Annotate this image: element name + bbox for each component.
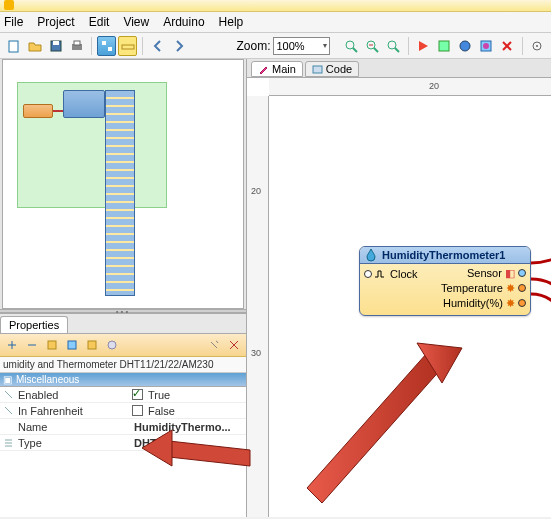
zoom-label: Zoom: — [236, 39, 270, 53]
map-button[interactable] — [477, 36, 496, 56]
properties-panel: Properties umidity and Thermometer DHT11… — [0, 313, 246, 517]
svg-rect-26 — [88, 341, 96, 349]
svg-rect-5 — [102, 41, 106, 45]
zoom-out-button[interactable] — [363, 36, 382, 56]
svg-line-11 — [374, 48, 378, 52]
svg-rect-24 — [48, 341, 56, 349]
property-row-enabled[interactable]: Enabled True — [0, 387, 246, 403]
checkbox-fahrenheit[interactable] — [132, 405, 143, 416]
run-button[interactable] — [414, 36, 433, 56]
canvas-tabs: Main Code — [247, 59, 551, 78]
svg-rect-16 — [439, 41, 449, 51]
tab-code[interactable]: Code — [305, 61, 359, 77]
property-name: Enabled — [16, 389, 132, 401]
pulse-icon — [374, 269, 388, 279]
prop-collapse-button[interactable] — [23, 336, 41, 354]
ruler-horizontal: 20 — [269, 78, 551, 96]
svg-rect-6 — [108, 47, 112, 51]
property-category[interactable]: ▣ Miscellaneous — [0, 373, 246, 387]
property-row-name[interactable]: Name HumidityThermo... — [0, 419, 246, 435]
new-button[interactable] — [4, 36, 23, 56]
prop-expand-button[interactable] — [3, 336, 21, 354]
right-pane: Main Code 20 20 30 HumidityThermometer — [246, 59, 551, 517]
toggle-grid-button[interactable] — [97, 36, 116, 56]
svg-point-27 — [108, 341, 116, 349]
pin-humidity[interactable]: Humidity(%) ✸ — [443, 297, 526, 310]
design-canvas[interactable]: HumidityThermometer1 Clock Sensor ◧ — [269, 96, 551, 517]
delete-button[interactable] — [498, 36, 517, 56]
prop-tool-b[interactable] — [63, 336, 81, 354]
menu-view[interactable]: View — [123, 15, 149, 29]
mini-node — [63, 90, 105, 118]
property-value[interactable]: HumidityThermo... — [132, 421, 246, 433]
menu-file[interactable]: File — [4, 15, 23, 29]
pin-temperature[interactable]: Temperature ✸ — [441, 282, 526, 295]
separator — [91, 37, 92, 55]
menu-edit[interactable]: Edit — [89, 15, 110, 29]
svg-marker-15 — [419, 41, 428, 51]
menu-help[interactable]: Help — [219, 15, 244, 29]
pin-clock[interactable]: Clock — [364, 268, 418, 280]
app-icon — [4, 0, 14, 10]
window-titlebar — [0, 0, 551, 12]
component-title[interactable]: HumidityThermometer1 — [360, 247, 530, 264]
menubar: File Project Edit View Arduino Help — [0, 12, 551, 33]
prop-tool-a[interactable] — [43, 336, 61, 354]
property-value: True — [146, 389, 246, 401]
property-row-fahrenheit[interactable]: In Fahrenheit False — [0, 403, 246, 419]
property-name: Name — [16, 421, 132, 433]
menu-project[interactable]: Project — [37, 15, 74, 29]
properties-tabstrip: Properties — [0, 314, 246, 333]
nav-next-button[interactable] — [169, 36, 188, 56]
checkbox-enabled[interactable] — [132, 389, 143, 400]
property-grid: Enabled True In Fahrenheit False Name Hu… — [0, 387, 246, 517]
svg-rect-25 — [68, 341, 76, 349]
prop-wrench-button[interactable] — [205, 336, 223, 354]
tab-main[interactable]: Main — [251, 61, 303, 77]
properties-toolbar — [0, 333, 246, 357]
svg-rect-2 — [53, 41, 59, 45]
svg-point-13 — [388, 41, 396, 49]
prop-tool-d[interactable] — [103, 336, 121, 354]
zoom-in-button[interactable] — [341, 36, 360, 56]
separator — [408, 37, 409, 55]
component-body: Clock Sensor ◧ Temperature — [360, 264, 530, 315]
separator — [142, 37, 143, 55]
component-humidity-thermometer[interactable]: HumidityThermometer1 Clock Sensor ◧ — [359, 246, 531, 316]
ruler-vertical: 20 30 — [247, 96, 269, 517]
property-name: Type — [16, 437, 132, 449]
svg-point-17 — [460, 41, 470, 51]
property-row-type[interactable]: Type DHT21 — [0, 435, 246, 451]
prop-cut-button[interactable] — [225, 336, 243, 354]
ruler-button[interactable] — [118, 36, 137, 56]
mini-arduino-block — [105, 90, 135, 296]
property-value[interactable]: DHT21 — [132, 437, 246, 449]
zoom-combobox[interactable]: 100% — [273, 37, 330, 55]
svg-line-9 — [353, 48, 357, 52]
svg-rect-4 — [74, 41, 80, 45]
open-button[interactable] — [25, 36, 44, 56]
main-toolbar: Zoom: 100% — [0, 33, 551, 59]
svg-point-8 — [346, 41, 354, 49]
minus-icon: ▣ — [3, 374, 12, 385]
tab-properties[interactable]: Properties — [0, 316, 68, 333]
separator — [522, 37, 523, 55]
mini-node — [23, 104, 53, 118]
nav-prev-button[interactable] — [148, 36, 167, 56]
list-icon — [3, 437, 14, 448]
tool-button-a[interactable] — [435, 36, 454, 56]
pencil-icon — [258, 64, 269, 75]
left-pane: Properties umidity and Thermometer DHT11… — [0, 59, 246, 517]
settings-button[interactable] — [528, 36, 547, 56]
pin-sensor[interactable]: Sensor ◧ — [467, 267, 526, 280]
svg-rect-0 — [9, 41, 18, 52]
tool-button-b[interactable] — [456, 36, 475, 56]
save-button[interactable] — [46, 36, 65, 56]
overview-mini-map[interactable] — [2, 59, 244, 309]
svg-point-23 — [536, 45, 538, 47]
zoom-fit-button[interactable] — [384, 36, 403, 56]
prop-tool-c[interactable] — [83, 336, 101, 354]
menu-arduino[interactable]: Arduino — [163, 15, 204, 29]
print-button[interactable] — [67, 36, 86, 56]
svg-rect-28 — [313, 66, 322, 73]
